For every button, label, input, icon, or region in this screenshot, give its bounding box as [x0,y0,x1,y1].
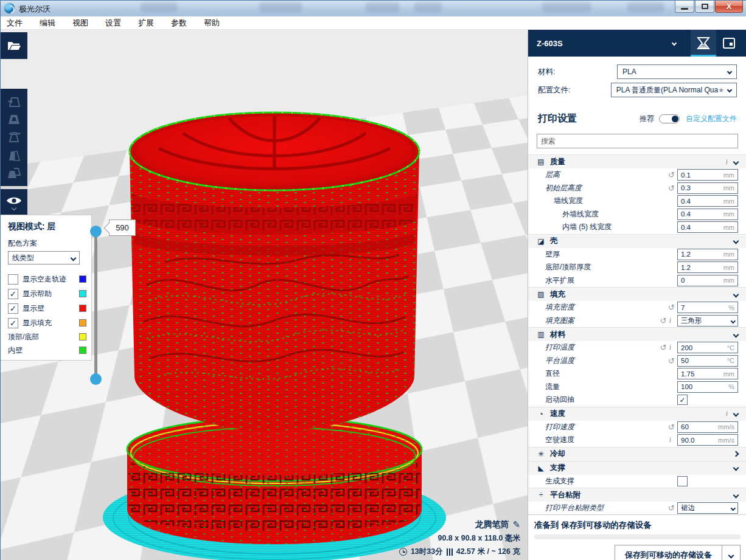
reset-icon[interactable]: ↺ [668,357,675,365]
setting-value: 200 [681,344,727,351]
section-header-shell[interactable]: ◪壳 [528,234,746,248]
section-header-infill[interactable]: ▨填充 [528,287,746,301]
menu-item-3[interactable]: 设置 [105,18,121,29]
reset-icon[interactable]: ↺ [668,303,675,311]
reset-icon[interactable]: ↺ [668,171,675,179]
menu-item-0[interactable]: 文件 [7,18,23,29]
setting-value-input[interactable]: 0.4mm [677,221,738,233]
progress-bar [534,534,741,539]
checkbox[interactable]: ✓ [8,303,18,314]
info-icon[interactable]: i [669,435,671,444]
menu-item-2[interactable]: 视图 [72,18,88,29]
viewport-3d[interactable]: 视图模式: 层 配色方案 线类型 显示空走轨迹✓显示帮助✓显示壁✓显示填充 顶部… [1,30,528,560]
setting-row: 空驶速度i90.0mm/s [528,434,746,447]
setting-value-input[interactable]: 1.75mm [677,368,738,379]
setting-row: 底部/顶部厚度1.2mm [528,261,746,274]
setting-value-input[interactable]: 100% [677,381,738,393]
minimize-button[interactable] [675,1,694,13]
reset-icon[interactable]: ↺ [660,317,667,325]
reset-icon[interactable]: ↺ [668,504,675,512]
save-options-dropdown[interactable] [722,545,740,560]
layer-slider-track[interactable] [94,230,97,380]
section-label: 速度 [550,409,726,419]
layer-slider-handle-top[interactable] [90,226,102,237]
settings-panel: Z-603S 材料: PLA [528,30,746,560]
setting-value-select[interactable]: 三角形 [677,315,738,327]
search-input[interactable] [541,137,734,145]
scale-tool-icon[interactable] [7,112,21,126]
setting-value-input[interactable]: 0.3mm [677,182,738,194]
per-model-settings-icon[interactable] [7,166,21,181]
print-settings-title: 打印设置 [538,112,640,125]
section-header-speed[interactable]: ◔速度i [528,407,746,421]
menu-item-4[interactable]: 扩展 [138,18,154,29]
close-button[interactable]: X [715,1,743,13]
setting-value: 0.4 [681,198,723,205]
setting-value: 0.4 [681,210,723,218]
menu-item-6[interactable]: 帮助 [204,18,220,29]
slice-view-tab[interactable] [691,30,716,57]
setting-value-input[interactable]: 0mm [677,275,738,286]
setting-value: 0.4 [681,224,723,231]
settings-search[interactable] [537,134,738,148]
view-option-label: 显示壁 [23,303,79,314]
profile-select[interactable]: PLA 普通质量(PLA Normal Qua ★ [611,83,737,97]
reset-icon[interactable]: ↺ [668,423,675,431]
view-mode-button[interactable] [1,189,27,216]
setting-value-input[interactable]: 0.4mm [677,195,738,207]
layer-slider[interactable] [89,226,102,385]
checkbox[interactable]: ✓ [8,318,18,328]
setting-value-input[interactable]: 0.1mm [677,169,738,181]
rename-pencil-icon[interactable]: ✎ [512,519,520,530]
info-icon[interactable]: i [669,316,671,325]
setting-value-input[interactable]: 0.4mm [677,209,738,220]
info-icon[interactable]: i [669,343,671,352]
setting-value-select[interactable]: 裙边 [677,502,738,514]
section-header-cooling[interactable]: ✳冷却 [528,447,746,461]
model-preview[interactable] [92,91,469,560]
printer-chevron-icon[interactable] [672,41,677,46]
setting-unit: mm [723,210,734,218]
section-header-quality[interactable]: ▤质量i [528,154,746,168]
mode-toggle[interactable] [659,114,680,123]
color-scheme-select[interactable]: 线类型 [8,251,80,264]
quality-icon: ▤ [535,157,546,166]
model-dimensions: 90.8 x 90.8 x 118.0 毫米 [399,533,520,544]
checkbox[interactable]: ✓ [8,289,18,299]
setting-value-input[interactable]: 7% [677,302,738,313]
setting-value-input[interactable]: 1.2mm [677,261,738,273]
mirror-tool-icon[interactable] [7,148,21,163]
monitor-tab[interactable] [716,30,742,57]
material-select[interactable]: PLA [617,64,737,79]
menu-item-5[interactable]: 参数 [171,18,187,29]
menu-item-1[interactable]: 编辑 [40,18,55,29]
setting-unit: °C [727,344,734,351]
layer-slider-handle-bottom[interactable] [90,373,102,385]
reset-icon[interactable]: ↺ [660,344,667,351]
setting-unit: mm [723,224,734,231]
custom-profile-link[interactable]: 自定义配置文件 [686,114,737,124]
rotate-tool-icon[interactable] [7,130,21,145]
setting-unit: mm [723,277,734,284]
section-label: 壳 [550,236,734,246]
setting-value-input[interactable]: 50°C [677,355,738,367]
setting-checkbox[interactable] [677,476,688,486]
setting-checkbox[interactable]: ✓ [677,395,688,405]
reset-icon[interactable]: ↺ [668,184,675,192]
setting-value-input[interactable]: 60mm/s [677,421,738,433]
setting-value-input[interactable]: 90.0mm/s [677,434,738,446]
setting-row: 外墙线宽度0.4mm [528,208,746,221]
info-icon[interactable]: i [726,409,728,418]
save-to-removable-button[interactable]: 保存到可移动的存储设备 [615,545,741,560]
move-tool-icon[interactable] [7,94,21,109]
chevron-down-icon [733,159,739,165]
setting-value-input[interactable]: 200°C [677,342,738,353]
open-file-button[interactable] [1,32,27,59]
section-header-support[interactable]: ◣支撑 [528,461,746,475]
checkbox[interactable] [8,274,18,285]
setting-value-input[interactable]: 1.2mm [677,249,738,260]
section-header-adhesion[interactable]: ÷平台粘附 [528,488,746,502]
section-header-material[interactable]: ▥材料 [528,327,746,341]
info-icon[interactable]: i [726,157,728,167]
maximize-button[interactable] [695,1,714,13]
